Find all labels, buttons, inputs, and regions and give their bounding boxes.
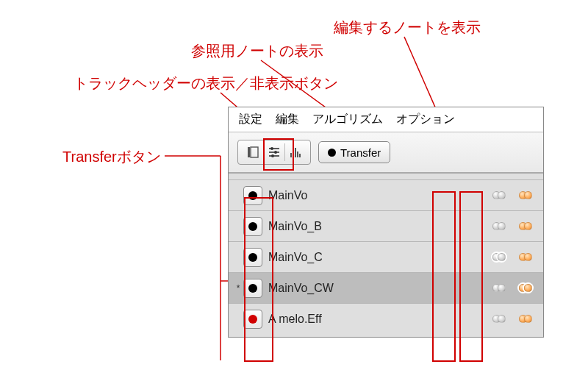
view-mode-waveform-icon[interactable] [285, 145, 306, 160]
record-dot-icon [248, 253, 257, 262]
edit-note-toggle[interactable] [512, 284, 539, 292]
track-name-label: MainVo_B [268, 220, 486, 233]
blob-gray-icon [492, 222, 506, 230]
track-row[interactable]: A melo.Eff [229, 303, 543, 334]
svg-point-13 [271, 154, 274, 157]
view-mode-list-icon[interactable] [243, 145, 263, 160]
track-row[interactable]: MainVo_C [229, 241, 543, 272]
menu-algorithm[interactable]: アルゴリズム [312, 112, 383, 127]
svg-point-12 [274, 151, 277, 154]
reference-note-toggle[interactable] [486, 315, 512, 323]
blob-gray-icon [492, 315, 506, 323]
track-list: MainVoMainVo_BMainVo_C*MainVo_CWA melo.E… [229, 173, 543, 337]
record-dot-icon [248, 284, 257, 293]
menu-option[interactable]: オプション [396, 112, 455, 127]
reference-note-toggle[interactable] [486, 222, 512, 230]
record-dot-icon [248, 222, 257, 231]
blob-orange-icon [519, 253, 532, 261]
track-star-marker: * [233, 283, 243, 293]
toolbar-view-modes [237, 140, 311, 165]
blob-gray-icon [492, 253, 506, 261]
track-record-button[interactable] [243, 217, 262, 236]
editor-window: 設定 編集 アルゴリズム オプション [228, 107, 544, 338]
svg-rect-7 [251, 147, 258, 157]
menu-settings[interactable]: 設定 [239, 112, 262, 127]
record-dot-icon [248, 315, 257, 324]
toolbar: Transfer [229, 132, 543, 173]
svg-point-11 [270, 147, 273, 150]
blob-orange-icon [519, 284, 532, 292]
edit-note-toggle[interactable] [512, 191, 539, 199]
blob-orange-icon [519, 222, 532, 230]
track-name-label: MainVo_CW [268, 282, 486, 295]
transfer-dot-icon [328, 149, 336, 157]
blob-orange-icon [519, 315, 532, 323]
track-name-label: MainVo [268, 189, 486, 202]
label-transfer-button: Transferボタン [62, 147, 161, 167]
label-reference-notes: 参照用ノートの表示 [191, 41, 323, 61]
blob-gray-icon [492, 191, 506, 199]
transfer-button-label: Transfer [340, 146, 381, 159]
reference-note-toggle[interactable] [486, 253, 512, 261]
edit-note-toggle[interactable] [512, 253, 539, 261]
record-dot-icon [248, 191, 257, 200]
reference-note-toggle[interactable] [486, 284, 512, 292]
track-record-button[interactable] [243, 279, 262, 298]
svg-rect-17 [297, 152, 298, 157]
blob-orange-icon [519, 191, 532, 199]
track-header-toggle-icon[interactable] [264, 145, 284, 160]
svg-rect-16 [295, 148, 296, 157]
svg-rect-6 [248, 147, 250, 157]
edit-note-toggle[interactable] [512, 315, 539, 323]
track-name-label: A melo.Eff [268, 313, 486, 326]
track-name-label: MainVo_C [268, 251, 486, 264]
menu-edit[interactable]: 編集 [276, 112, 299, 127]
svg-rect-15 [293, 151, 294, 157]
svg-rect-14 [290, 153, 292, 157]
track-record-button[interactable] [243, 186, 262, 205]
menubar: 設定 編集 アルゴリズム オプション [229, 107, 543, 132]
track-row[interactable]: MainVo [229, 179, 543, 210]
label-edit-notes: 編集するノートを表示 [334, 18, 481, 38]
label-track-header-toggle: トラックヘッダーの表示／非表示ボタン [74, 74, 338, 93]
transfer-button[interactable]: Transfer [318, 141, 390, 163]
blob-gray-icon [492, 284, 506, 292]
edit-note-toggle[interactable] [512, 222, 539, 230]
svg-rect-18 [299, 154, 301, 157]
track-row[interactable]: *MainVo_CW [229, 272, 543, 303]
reference-note-toggle[interactable] [486, 191, 512, 199]
track-record-button[interactable] [243, 248, 262, 267]
track-record-button[interactable] [243, 310, 262, 329]
track-row[interactable]: MainVo_B [229, 210, 543, 241]
